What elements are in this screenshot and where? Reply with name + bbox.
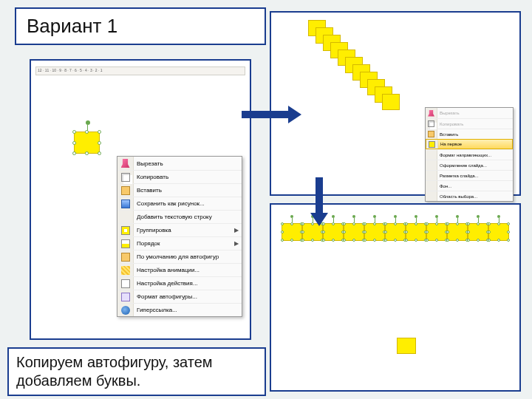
rotate-handle-icon[interactable] <box>497 215 500 218</box>
resize-handle-icon[interactable] <box>456 239 459 242</box>
resize-handle-icon[interactable] <box>384 222 387 225</box>
context-menu-item[interactable]: Формат автофигуры... <box>117 290 242 303</box>
resize-handle-icon[interactable] <box>446 231 449 233</box>
resize-handle-icon[interactable] <box>456 222 459 225</box>
resize-handle-icon[interactable] <box>488 231 491 233</box>
mini-menu-item[interactable]: Вырезать <box>426 108 513 118</box>
context-menu-item[interactable]: Настройка действия... <box>117 276 242 290</box>
resize-handle-icon[interactable] <box>467 239 470 242</box>
resize-handle-icon[interactable] <box>477 239 480 242</box>
mini-menu-item[interactable]: Разметка слайда... <box>426 170 513 180</box>
resize-handle-icon[interactable] <box>373 239 376 242</box>
mini-menu-item[interactable]: На первое <box>426 139 513 149</box>
mini-menu-item[interactable]: Оформление слайда... <box>426 160 513 170</box>
mini-menu-item[interactable]: Формат направляющих... <box>426 149 513 160</box>
resize-handle-icon[interactable] <box>507 239 510 242</box>
rotate-handle-icon[interactable] <box>332 215 335 218</box>
resize-handle-icon[interactable] <box>301 222 304 225</box>
resize-handle-icon[interactable] <box>281 239 284 242</box>
rotate-handle-icon[interactable] <box>86 120 90 125</box>
rotate-handle-icon[interactable] <box>477 215 480 218</box>
autoshape-in-row[interactable] <box>364 223 385 241</box>
autoshape-in-row[interactable] <box>468 223 488 241</box>
rotate-handle-icon[interactable] <box>394 215 397 218</box>
context-menu-item[interactable]: Порядок▶ <box>117 236 242 250</box>
autoshape-in-row[interactable] <box>282 223 302 241</box>
resize-handle-icon[interactable] <box>507 222 510 225</box>
resize-handle-icon[interactable] <box>364 231 366 233</box>
resize-handle-icon[interactable] <box>405 222 408 225</box>
context-menu-item[interactable]: Добавить текстовую строку <box>117 210 242 223</box>
resize-handle-icon[interactable] <box>343 231 346 233</box>
resize-handle-icon[interactable] <box>322 231 325 233</box>
resize-handle-icon[interactable] <box>507 231 510 233</box>
resize-handle-icon[interactable] <box>467 231 470 233</box>
resize-handle-icon[interactable] <box>497 222 500 225</box>
resize-handle-icon[interactable] <box>343 239 346 242</box>
resize-handle-icon[interactable] <box>301 231 304 233</box>
resize-handle-icon[interactable] <box>373 222 376 225</box>
resize-handle-icon[interactable] <box>311 239 314 242</box>
resize-handle-icon[interactable] <box>426 222 429 225</box>
context-menu-item[interactable]: Гиперссылка... <box>117 303 242 316</box>
resize-handle-icon[interactable] <box>343 222 346 225</box>
autoshape-in-row[interactable] <box>385 223 406 241</box>
rotate-handle-icon[interactable] <box>373 215 376 218</box>
resize-handle-icon[interactable] <box>435 239 438 242</box>
resize-handle-icon[interactable] <box>477 222 480 225</box>
resize-handle-icon[interactable] <box>488 222 491 225</box>
resize-handle-icon[interactable] <box>322 239 325 242</box>
resize-handle-icon[interactable] <box>290 222 293 225</box>
resize-handle-icon[interactable] <box>301 239 304 242</box>
resize-handle-icon[interactable] <box>332 222 335 225</box>
context-menu-item[interactable]: Вырезать <box>117 157 242 170</box>
resize-handle-icon[interactable] <box>426 231 429 233</box>
context-menu-item[interactable]: Группировка▶ <box>117 223 242 236</box>
resize-handle-icon[interactable] <box>332 239 335 242</box>
resize-handle-icon[interactable] <box>415 222 417 225</box>
resize-handle-icon[interactable] <box>446 222 449 225</box>
resize-handle-icon[interactable] <box>98 130 101 134</box>
resize-handle-icon[interactable] <box>364 239 366 242</box>
context-menu-item[interactable]: Копировать <box>117 170 242 183</box>
resize-handle-icon[interactable] <box>85 151 89 155</box>
resize-handle-icon[interactable] <box>467 222 470 225</box>
rotate-handle-icon[interactable] <box>352 215 355 218</box>
autoshape-in-row[interactable] <box>447 223 468 241</box>
autoshape-in-row[interactable] <box>426 223 447 241</box>
mini-menu-item[interactable]: Область выбора... <box>426 191 513 201</box>
autoshape-in-row[interactable] <box>406 223 426 241</box>
autoshape-selected[interactable] <box>74 132 100 154</box>
resize-handle-icon[interactable] <box>98 141 101 145</box>
rotate-handle-icon[interactable] <box>456 215 459 218</box>
resize-handle-icon[interactable] <box>384 231 387 233</box>
context-menu-item[interactable]: По умолчанию для автофигур <box>117 250 242 263</box>
resize-handle-icon[interactable] <box>364 222 366 225</box>
mini-menu-item[interactable]: Вставить <box>426 129 513 139</box>
rotate-handle-icon[interactable] <box>435 215 438 218</box>
context-menu-item[interactable]: Настройка анимации... <box>117 263 242 276</box>
resize-handle-icon[interactable] <box>290 239 293 242</box>
autoshape-in-row[interactable] <box>488 223 509 241</box>
resize-handle-icon[interactable] <box>405 239 408 242</box>
resize-handle-icon[interactable] <box>72 130 76 134</box>
resize-handle-icon[interactable] <box>72 151 76 155</box>
resize-handle-icon[interactable] <box>384 239 387 242</box>
resize-handle-icon[interactable] <box>446 239 449 242</box>
resize-handle-icon[interactable] <box>85 130 89 134</box>
context-menu-item[interactable]: Сохранить как рисунок... <box>117 197 242 210</box>
resize-handle-icon[interactable] <box>394 222 397 225</box>
autoshape-in-row[interactable] <box>344 223 364 241</box>
mini-menu-item[interactable]: Фон... <box>426 180 513 191</box>
resize-handle-icon[interactable] <box>394 239 397 242</box>
resize-handle-icon[interactable] <box>281 231 284 233</box>
resize-handle-icon[interactable] <box>435 222 438 225</box>
rotate-handle-icon[interactable] <box>290 215 293 218</box>
rotate-handle-icon[interactable] <box>415 215 417 218</box>
resize-handle-icon[interactable] <box>488 239 491 242</box>
resize-handle-icon[interactable] <box>72 141 76 145</box>
resize-handle-icon[interactable] <box>98 151 101 155</box>
mini-menu-item[interactable]: Копировать <box>426 118 513 129</box>
resize-handle-icon[interactable] <box>497 239 500 242</box>
resize-handle-icon[interactable] <box>281 222 284 225</box>
